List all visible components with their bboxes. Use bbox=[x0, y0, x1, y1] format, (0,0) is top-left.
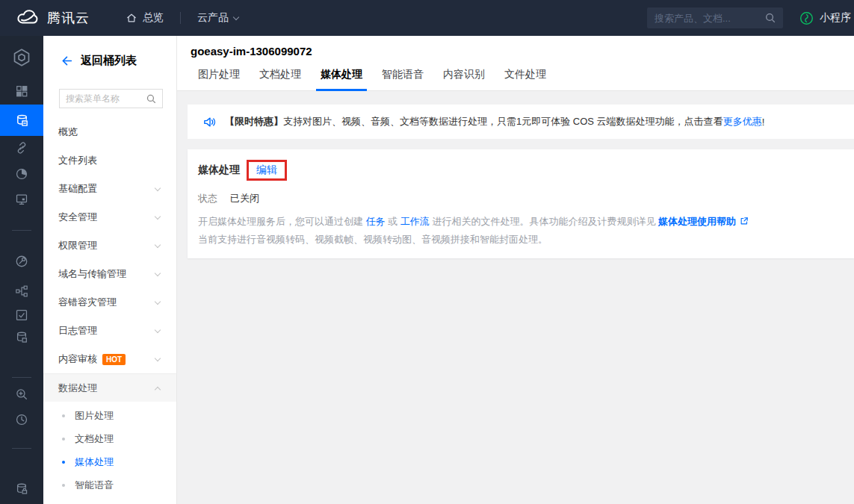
rail-divider bbox=[12, 230, 31, 231]
sidebar-item-permissions[interactable]: 权限管理 bbox=[43, 231, 176, 260]
edit-link[interactable]: 编辑 bbox=[256, 164, 277, 177]
miniprogram-entry[interactable]: 小程序 bbox=[799, 11, 851, 25]
rail-divider bbox=[12, 377, 31, 378]
sidebar-subitem-document-processing[interactable]: 文档处理 bbox=[43, 427, 176, 450]
card-title: 媒体处理 bbox=[198, 164, 240, 177]
workflow-link[interactable]: 工作流 bbox=[400, 216, 430, 227]
external-link-icon[interactable] bbox=[739, 216, 749, 226]
top-navbar: 腾讯云 总览 云产品 小程序 bbox=[0, 0, 854, 36]
sidebar-item-file-list[interactable]: 文件列表 bbox=[43, 146, 176, 175]
cos-storage-icon[interactable] bbox=[0, 105, 43, 136]
dashboard-grid-icon[interactable] bbox=[0, 78, 43, 105]
main-content: goeasy-im-1306099072 图片处理 文档处理 媒体处理 智能语音… bbox=[177, 36, 854, 504]
rail-divider bbox=[12, 448, 31, 449]
status-value: 已关闭 bbox=[230, 192, 259, 205]
main-header: goeasy-im-1306099072 图片处理 文档处理 媒体处理 智能语音… bbox=[177, 36, 854, 91]
red-annotation-box: 编辑 bbox=[247, 160, 287, 181]
sidebar-item-fault-tolerance[interactable]: 容错容灾管理 bbox=[43, 288, 176, 317]
announcement-speaker-icon bbox=[202, 115, 217, 129]
back-to-bucket-list[interactable]: 返回桶列表 bbox=[43, 36, 176, 68]
nav-products-dropdown[interactable]: 云产品 bbox=[197, 11, 238, 25]
task-link[interactable]: 任务 bbox=[366, 216, 386, 227]
tab-image-processing[interactable]: 图片处理 bbox=[194, 60, 244, 91]
home-icon bbox=[126, 12, 137, 24]
chevron-down-icon bbox=[155, 241, 161, 247]
back-arrow-icon bbox=[61, 55, 73, 67]
bullet-icon bbox=[62, 484, 65, 487]
nav-overview[interactable]: 总览 bbox=[126, 11, 164, 25]
sidebar-subitem-media-processing[interactable]: 媒体处理 bbox=[43, 450, 176, 473]
card-description-line2: 当前支持进行音视频转码、视频截帧、视频转动图、音视频拼接和智能封面处理。 bbox=[198, 231, 839, 249]
pie-chart-icon[interactable] bbox=[0, 161, 43, 187]
chevron-down-icon bbox=[155, 355, 161, 361]
network-topology-icon[interactable] bbox=[0, 278, 43, 305]
sidebar-search-input[interactable] bbox=[66, 93, 146, 104]
topbar-search[interactable] bbox=[647, 7, 783, 28]
tab-file-processing[interactable]: 文件处理 bbox=[500, 60, 551, 91]
media-help-link[interactable]: 媒体处理使用帮助 bbox=[658, 216, 736, 227]
tab-bar: 图片处理 文档处理 媒体处理 智能语音 内容识别 文件处理 bbox=[194, 60, 854, 91]
database-icon[interactable] bbox=[0, 324, 43, 351]
database-lock-icon[interactable] bbox=[0, 476, 43, 503]
page-title: goeasy-im-1306099072 bbox=[191, 36, 854, 60]
chevron-down-icon bbox=[155, 213, 161, 219]
chevron-down-icon bbox=[155, 184, 161, 190]
banner-text: 支持对图片、视频、音频、文档等数据进行处理，只需1元即可体验 COS 云端数据处… bbox=[283, 115, 723, 128]
chevron-down-icon bbox=[155, 298, 161, 304]
bullet-icon bbox=[62, 438, 65, 441]
brand-name: 腾讯云 bbox=[47, 9, 90, 27]
history-clock-icon[interactable] bbox=[0, 406, 43, 433]
sidebar-item-basic-config[interactable]: 基础配置 bbox=[43, 175, 176, 203]
icon-rail bbox=[0, 36, 43, 504]
chevron-down-icon bbox=[155, 270, 161, 276]
data-explore-icon[interactable] bbox=[0, 381, 43, 408]
tencent-cloud-logo[interactable]: 腾讯云 bbox=[15, 7, 90, 29]
media-monitor-icon[interactable] bbox=[0, 186, 43, 213]
sidebar-item-domain-transfer[interactable]: 域名与传输管理 bbox=[43, 260, 176, 288]
cloud-logo-icon bbox=[15, 7, 40, 29]
bucket-sidebar: 返回桶列表 概览 文件列表 基础配置 安全管理 权限管理 域名与传输管理 bbox=[43, 36, 177, 504]
tab-intelligent-voice[interactable]: 智能语音 bbox=[377, 60, 428, 91]
more-offers-link[interactable]: 更多优惠 bbox=[723, 115, 762, 128]
search-icon bbox=[764, 12, 776, 24]
bullet-icon bbox=[62, 414, 65, 417]
chevron-down-icon bbox=[233, 13, 239, 19]
sidebar-subitem-intelligent-voice[interactable]: 智能语音 bbox=[43, 473, 176, 497]
miniprogram-icon bbox=[799, 11, 814, 25]
back-label: 返回桶列表 bbox=[81, 54, 137, 68]
bullet-icon bbox=[62, 461, 65, 464]
topbar-search-input[interactable] bbox=[655, 13, 764, 24]
media-processing-card: 媒体处理 编辑 状态 已关闭 开启媒体处理服务后，您可以通过创建 任务 或 工作… bbox=[188, 149, 854, 258]
promo-banner: 【限时特惠】 支持对图片、视频、音频、文档等数据进行处理，只需1元即可体验 CO… bbox=[188, 105, 854, 139]
navbar-divider bbox=[180, 12, 181, 24]
sidebar-search[interactable] bbox=[59, 89, 163, 108]
card-description: 开启媒体处理服务后，您可以通过创建 任务 或 工作流 进行相关的文件处理。具体功… bbox=[198, 213, 839, 249]
products-hexagon-icon[interactable] bbox=[0, 44, 43, 71]
sidebar-subitem-image-processing[interactable]: 图片处理 bbox=[43, 404, 176, 427]
link-icon[interactable] bbox=[0, 134, 43, 161]
chevron-down-icon bbox=[155, 326, 161, 332]
tool-wrench-icon[interactable] bbox=[0, 248, 43, 275]
banner-suffix: ! bbox=[762, 116, 765, 128]
sidebar-menu: 概览 文件列表 基础配置 安全管理 权限管理 域名与传输管理 容错容灾管理 日志… bbox=[43, 118, 176, 402]
banner-highlight: 【限时特惠】 bbox=[225, 115, 283, 128]
sidebar-item-security[interactable]: 安全管理 bbox=[43, 203, 176, 231]
data-processing-submenu: 图片处理 文档处理 媒体处理 智能语音 bbox=[43, 404, 176, 497]
sidebar-item-data-processing[interactable]: 数据处理 bbox=[43, 373, 176, 402]
status-label: 状态 bbox=[198, 192, 217, 205]
tab-media-processing[interactable]: 媒体处理 bbox=[316, 60, 367, 91]
sidebar-item-content-moderation[interactable]: 内容审核 HOT bbox=[43, 345, 176, 373]
sidebar-item-overview[interactable]: 概览 bbox=[43, 118, 176, 146]
search-icon bbox=[146, 93, 157, 105]
tab-content-recognition[interactable]: 内容识别 bbox=[439, 60, 489, 91]
sidebar-item-log-management[interactable]: 日志管理 bbox=[43, 317, 176, 345]
chevron-up-icon bbox=[155, 386, 161, 392]
hot-badge: HOT bbox=[102, 354, 126, 365]
tab-document-processing[interactable]: 文档处理 bbox=[255, 60, 306, 91]
